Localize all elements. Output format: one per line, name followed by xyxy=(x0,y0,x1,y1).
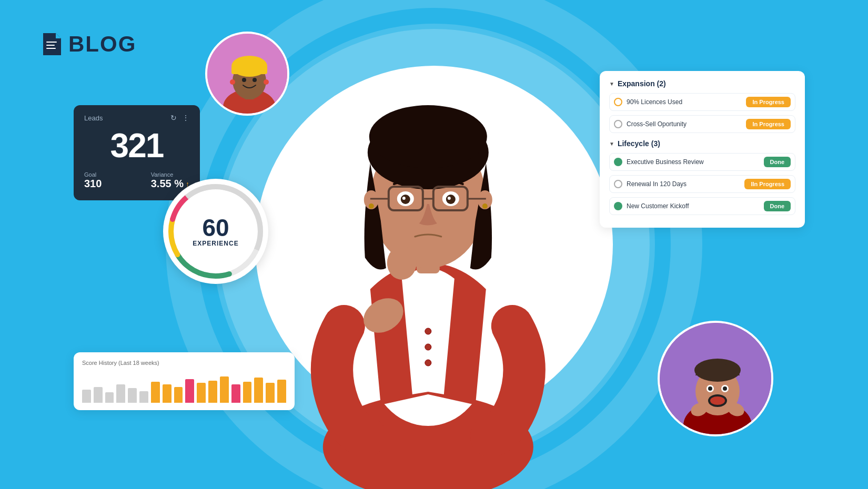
expansion-section-header[interactable]: ▼ Expansion (2) xyxy=(609,79,795,88)
score-bar-3 xyxy=(116,384,125,403)
svg-rect-2 xyxy=(46,42,57,43)
svg-point-56 xyxy=(425,328,431,334)
refresh-icon[interactable]: ↻ xyxy=(170,114,177,122)
task-name-cross-sell: Cross-Sell Oportunity xyxy=(627,120,687,128)
status-badge-in-progress-2: In Progress xyxy=(746,119,791,129)
score-bar-16 xyxy=(266,383,275,403)
score-bar-5 xyxy=(139,391,148,403)
score-bars xyxy=(82,371,286,403)
svg-point-52 xyxy=(402,197,406,200)
blog-logo: BLOG xyxy=(42,32,136,57)
blog-title: BLOG xyxy=(68,32,136,57)
task-name-renewal: Renewal In 120 Days xyxy=(627,180,687,188)
svg-point-58 xyxy=(425,360,431,366)
svg-point-41 xyxy=(369,203,374,209)
task-row-new-customer: New Customer Kickoff Done xyxy=(609,197,795,215)
svg-point-55 xyxy=(387,246,417,280)
score-bar-12 xyxy=(220,376,229,403)
svg-point-42 xyxy=(482,203,488,209)
lifecycle-chevron-icon: ▼ xyxy=(609,141,614,147)
score-bar-9 xyxy=(185,379,194,403)
svg-point-23 xyxy=(723,386,727,391)
score-bar-11 xyxy=(208,381,217,403)
score-bar-4 xyxy=(128,388,137,403)
svg-point-22 xyxy=(708,386,712,391)
task-row-cross-sell: Cross-Sell Oportunity In Progress xyxy=(609,115,795,133)
goal-value: 310 xyxy=(84,178,102,190)
leads-goal-stat: Goal 310 xyxy=(84,171,102,190)
score-bar-6 xyxy=(151,382,160,403)
avatar-top-left xyxy=(205,32,289,116)
score-history-title: Score History (Last 18 weeks) xyxy=(82,360,286,366)
svg-point-50 xyxy=(401,195,410,204)
status-badge-in-progress-3: IIn Progress xyxy=(744,179,791,189)
status-badge-done-2: Done xyxy=(764,201,791,211)
task-circle-icon xyxy=(614,98,622,106)
score-bar-8 xyxy=(174,387,183,403)
svg-point-11 xyxy=(242,78,246,82)
avatar-bottom-right xyxy=(658,321,773,436)
expansion-chevron-icon: ▼ xyxy=(609,81,614,87)
svg-point-13 xyxy=(230,79,235,85)
svg-point-14 xyxy=(264,79,269,85)
leads-widget-title: Leads xyxy=(84,114,103,122)
goal-label: Goal xyxy=(84,171,102,178)
task-row-90-licences: 90% Licences Used In Progress xyxy=(609,93,795,111)
score-bar-1 xyxy=(94,387,103,403)
task-dot-icon-2 xyxy=(614,202,622,210)
lifecycle-label: Lifecycle (3) xyxy=(618,139,660,148)
score-history-widget: Score History (Last 18 weeks) xyxy=(74,352,295,410)
svg-point-51 xyxy=(446,195,456,204)
experience-gauge: 60 EXPERIENCE xyxy=(163,179,268,284)
svg-rect-3 xyxy=(46,45,55,46)
task-name-90-licences: 90% Licences Used xyxy=(627,98,682,106)
score-bar-2 xyxy=(105,392,114,403)
score-bar-15 xyxy=(254,378,263,403)
score-bar-0 xyxy=(82,390,91,403)
score-bar-14 xyxy=(243,382,252,403)
status-badge-in-progress-1: In Progress xyxy=(746,97,791,107)
svg-point-25 xyxy=(710,396,725,405)
task-name-exec-review: Executive Business Review xyxy=(627,158,704,166)
expansion-label: Expansion (2) xyxy=(618,79,666,88)
status-badge-done-1: Done xyxy=(764,157,791,167)
score-bar-10 xyxy=(197,383,206,403)
more-icon[interactable]: ⋮ xyxy=(182,114,189,122)
leads-widget-icons: ↻ ⋮ xyxy=(170,114,189,122)
main-person xyxy=(281,37,576,489)
task-dot-icon-1 xyxy=(614,158,622,166)
task-row-exec-review: Executive Business Review Done xyxy=(609,153,795,171)
score-bar-13 xyxy=(231,384,240,403)
task-circle-icon-2 xyxy=(614,120,622,128)
tasks-panel: ▼ Expansion (2) 90% Licences Used In Pro… xyxy=(600,71,805,228)
task-circle-icon-3 xyxy=(614,180,622,188)
blog-icon xyxy=(42,32,62,56)
task-name-new-customer: New Customer Kickoff xyxy=(627,202,689,210)
svg-point-12 xyxy=(253,78,257,82)
svg-rect-4 xyxy=(46,48,56,49)
leads-number: 321 xyxy=(84,126,189,165)
score-bar-7 xyxy=(163,384,171,403)
gauge-number: 60 xyxy=(193,216,238,240)
svg-point-57 xyxy=(425,344,431,350)
svg-point-53 xyxy=(448,197,451,200)
svg-point-38 xyxy=(369,105,487,168)
gauge-label: EXPERIENCE xyxy=(193,240,238,247)
task-row-renewal: Renewal In 120 Days IIn Progress xyxy=(609,175,795,193)
svg-rect-10 xyxy=(231,66,267,74)
lifecycle-section-header[interactable]: ▼ Lifecycle (3) xyxy=(609,139,795,148)
variance-label: Variance xyxy=(151,171,189,178)
